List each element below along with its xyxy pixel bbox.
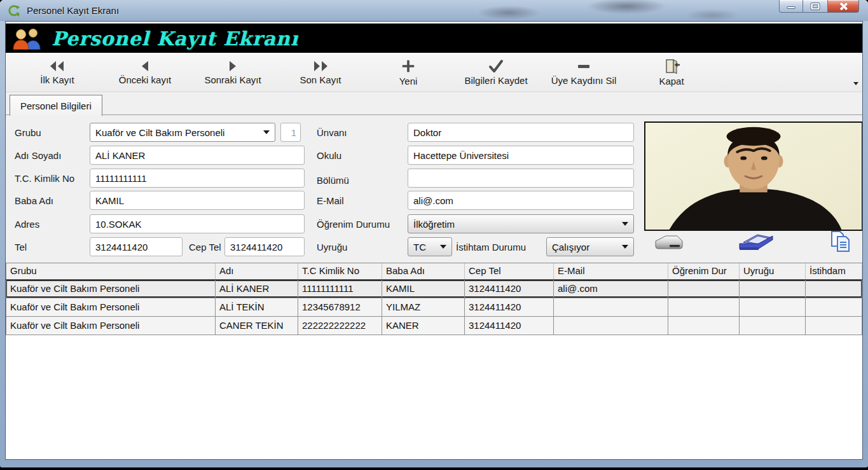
portrait-image: [645, 123, 862, 230]
baba-adi-field[interactable]: [90, 191, 305, 210]
grid-cell: [740, 280, 806, 298]
email-field[interactable]: [408, 191, 634, 210]
okulu-field[interactable]: [408, 146, 634, 165]
adi-soyadi-label: Adı Soyadı: [15, 150, 61, 161]
people-icon: [12, 27, 44, 50]
istihtam-durumu-value: Çalışıyor: [552, 242, 618, 252]
grid-cell: KAMIL: [382, 280, 465, 298]
exit-door-icon: [663, 59, 680, 74]
column-header-baba-adi[interactable]: Baba Adı: [382, 263, 465, 279]
personnel-grid: Grubu Adı T.C Kimlik No Baba Adı Cep Tel…: [6, 263, 862, 459]
close-app-button[interactable]: Kapat: [628, 53, 715, 92]
toolbar-button-label: Sonraki Kayıt: [204, 74, 261, 85]
toolbar-button-label: Bilgileri Kaydet: [464, 75, 527, 86]
grid-cell: [806, 280, 862, 298]
cep-tel-field[interactable]: [224, 237, 305, 256]
tab-label: Personel Bilgileri: [20, 100, 92, 111]
title-bar[interactable]: Personel Kayıt Ekranı: [0, 0, 868, 21]
grid-cell: CANER TEKİN: [216, 317, 298, 335]
tab-personel-bilgileri[interactable]: Personel Bilgileri: [10, 95, 102, 116]
maximize-button[interactable]: [803, 0, 827, 13]
grubu-label: Grubu: [15, 127, 41, 138]
grid-cell: ALİ KANER: [216, 280, 298, 298]
toolbar-button-label: Yeni: [399, 76, 418, 86]
plus-icon: [401, 59, 416, 74]
minus-icon: [575, 59, 592, 73]
column-header-ogrenim[interactable]: Öğrenim Dur: [668, 263, 740, 279]
close-button[interactable]: [827, 0, 859, 13]
grubu-index-field[interactable]: 1: [280, 123, 301, 142]
column-header-adi[interactable]: Adı: [216, 263, 298, 279]
minimize-icon: [787, 6, 796, 9]
column-header-istihdam[interactable]: İstihdam: [806, 263, 862, 279]
banner-title: Personel Kayıt Ekranı: [52, 27, 298, 50]
table-row[interactable]: Kuaför ve Cilt Bakım Personeli ALİ KANER…: [6, 280, 862, 298]
cep-tel-label: Cep Tel: [189, 242, 221, 252]
toolbar-button-label: Kapat: [659, 76, 684, 86]
load-from-disk-button[interactable]: [651, 233, 686, 254]
baba-adi-label: Baba Adı: [15, 195, 53, 206]
chevron-down-icon: [263, 130, 270, 134]
personnel-form: Grubu Kuaför ve Cilt Bakım Personeli 1 A…: [6, 115, 862, 263]
last-record-button[interactable]: Son Kayıt: [277, 53, 364, 92]
tel-field[interactable]: [90, 237, 183, 256]
new-record-button[interactable]: Yeni: [364, 53, 452, 92]
adres-field[interactable]: [90, 214, 305, 233]
copy-photo-button[interactable]: [829, 230, 853, 256]
grid-cell: 12345678912: [298, 298, 382, 316]
column-header-cep-tel[interactable]: Cep Tel: [465, 263, 554, 279]
grid-cell: ALİ TEKİN: [216, 298, 298, 316]
grid-cell: 3124411420: [465, 280, 554, 298]
scan-photo-button[interactable]: [734, 232, 778, 254]
email-label: E-Mail: [317, 195, 344, 206]
grid-cell: Kuaför ve Cilt Bakım Personeli: [6, 298, 216, 316]
minimize-button[interactable]: [779, 0, 803, 13]
toolbar-button-label: Son Kayıt: [300, 74, 341, 85]
unvani-field[interactable]: [408, 123, 634, 142]
adres-label: Adres: [15, 219, 39, 230]
grid-cell: KANER: [382, 317, 465, 335]
window-controls: [779, 0, 859, 13]
grid-cell: [806, 298, 862, 316]
maximize-icon: [811, 3, 820, 10]
client-area: Personel Kayıt Ekranı İlk Kayıt Önceki k…: [5, 21, 863, 460]
previous-record-button[interactable]: Önceki kayıt: [101, 53, 189, 92]
app-window: Personel Kayıt Ekranı Personel Kayıt Ekr…: [0, 0, 868, 467]
copy-icon: [829, 230, 853, 254]
column-header-grubu[interactable]: Grubu: [6, 263, 216, 279]
ogrenim-durumu-combobox[interactable]: İlköğretim: [408, 214, 634, 233]
grid-cell: [554, 298, 668, 316]
first-record-button[interactable]: İlk Kayıt: [13, 53, 101, 92]
chevron-down-icon: [622, 245, 628, 249]
grid-header: Grubu Adı T.C Kimlik No Baba Adı Cep Tel…: [6, 263, 862, 280]
grid-cell: [668, 317, 740, 335]
save-info-button[interactable]: Bilgileri Kaydet: [452, 53, 540, 92]
table-row[interactable]: Kuaför ve Cilt Bakım Personeli ALİ TEKİN…: [6, 298, 862, 317]
toolbar-overflow-chevron-down-icon[interactable]: [853, 82, 858, 85]
istihtam-durumu-combobox[interactable]: Çalışıyor: [546, 237, 634, 256]
tc-kimlik-field[interactable]: [90, 169, 305, 188]
column-header-email[interactable]: E-Mail: [554, 263, 668, 279]
check-icon: [488, 59, 504, 73]
bolumu-field[interactable]: [408, 169, 634, 188]
grid-cell: [668, 298, 740, 316]
grid-cell: Kuaför ve Cilt Bakım Personeli: [6, 317, 216, 335]
personnel-photo: [644, 121, 863, 231]
disk-icon: [651, 233, 686, 252]
uyrugu-combobox[interactable]: TC: [408, 237, 452, 256]
next-record-button[interactable]: Sonraki Kayıt: [189, 53, 277, 92]
grid-cell: [740, 298, 806, 316]
column-header-tc-kimlik[interactable]: T.C Kimlik No: [298, 263, 382, 279]
grubu-value: Kuaför ve Cilt Bakım Personeli: [95, 127, 259, 138]
table-row[interactable]: Kuaför ve Cilt Bakım Personeli CANER TEK…: [6, 317, 862, 335]
column-header-uyrugu[interactable]: Uyruğu: [740, 263, 806, 279]
grid-cell: 3124411420: [465, 317, 554, 335]
adi-soyadi-field[interactable]: [90, 146, 305, 165]
uyrugu-value: TC: [413, 242, 436, 252]
first-record-icon: [48, 60, 66, 73]
chevron-down-icon: [622, 222, 628, 226]
delete-member-button[interactable]: Üye Kaydını Sil: [540, 53, 628, 92]
app-logo-icon: [8, 4, 20, 17]
grubu-combobox[interactable]: Kuaför ve Cilt Bakım Personeli: [90, 123, 275, 142]
toolbar-button-label: İlk Kayıt: [40, 74, 74, 85]
